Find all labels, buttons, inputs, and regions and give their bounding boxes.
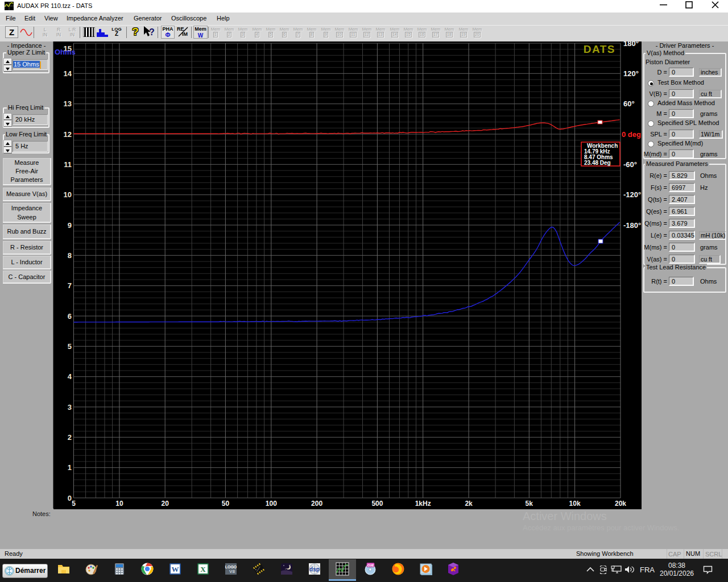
- svg-text:20: 20: [162, 500, 169, 508]
- svg-text:5: 5: [68, 342, 72, 351]
- svg-text:2k: 2k: [465, 500, 473, 508]
- svg-text:6: 6: [68, 312, 72, 321]
- svg-text:9: 9: [68, 221, 72, 230]
- svg-text:4: 4: [68, 372, 72, 381]
- svg-text:10k: 10k: [569, 500, 581, 508]
- svg-text:10: 10: [115, 500, 123, 508]
- svg-text:5: 5: [72, 500, 76, 508]
- svg-text:10: 10: [64, 190, 72, 199]
- svg-text:LOGO: LOGO: [225, 565, 237, 569]
- svg-text:60°: 60°: [623, 99, 635, 108]
- svg-text:-60°: -60°: [623, 160, 637, 169]
- svg-text:dsp: dsp: [309, 566, 320, 572]
- svg-text:V8: V8: [229, 569, 235, 574]
- svg-text:500: 500: [371, 500, 383, 508]
- svg-text:180°: 180°: [623, 41, 639, 48]
- svg-text:11: 11: [64, 160, 72, 169]
- svg-text:0: 0: [68, 494, 72, 502]
- svg-text:23.48 Deg: 23.48 Deg: [584, 160, 611, 166]
- svg-text:CUE: CUE: [367, 564, 374, 567]
- svg-text:20k: 20k: [615, 500, 626, 508]
- svg-text:1: 1: [68, 463, 72, 472]
- svg-text:8: 8: [68, 251, 72, 260]
- svg-text:?: ?: [149, 27, 155, 37]
- svg-text:Ohms: Ohms: [55, 48, 76, 56]
- svg-text:2: 2: [68, 433, 72, 442]
- svg-text:DATS: DATS: [584, 43, 615, 55]
- svg-text:200: 200: [311, 500, 322, 508]
- svg-text:3: 3: [68, 403, 72, 411]
- svg-text:50: 50: [222, 500, 230, 508]
- svg-text:13: 13: [64, 99, 72, 108]
- svg-text:100: 100: [266, 500, 277, 508]
- svg-text:1kHz: 1kHz: [415, 500, 431, 508]
- svg-text:14: 14: [64, 69, 72, 78]
- svg-text:5k: 5k: [526, 500, 533, 508]
- svg-text:X: X: [200, 565, 206, 573]
- svg-text:12: 12: [64, 130, 72, 139]
- svg-text:7: 7: [68, 281, 72, 290]
- svg-text:W: W: [172, 565, 179, 573]
